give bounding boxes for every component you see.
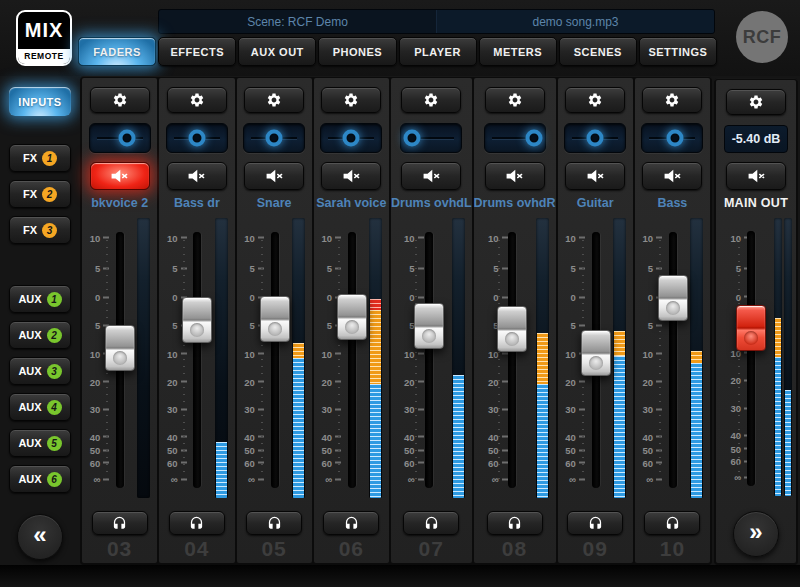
pan-knob[interactable] <box>343 130 360 147</box>
channel-settings-button[interactable] <box>642 87 702 113</box>
fader-scale-label: 40 <box>321 431 332 442</box>
channel-solo-phones-button[interactable] <box>323 511 379 535</box>
gear-icon <box>664 92 680 108</box>
channel-mute-button[interactable] <box>90 162 150 190</box>
main-out-fader-handle[interactable] <box>736 305 766 351</box>
pan-control[interactable] <box>400 123 462 153</box>
channel-name: Drums ovhdR <box>474 196 556 214</box>
channel-mute-button[interactable] <box>642 162 702 190</box>
fader-handle[interactable] <box>337 294 367 340</box>
fader-scale-label: 5 <box>409 263 414 274</box>
fader-handle[interactable] <box>414 303 444 349</box>
tab-meters[interactable]: METERS <box>479 37 557 66</box>
pan-control[interactable] <box>564 123 626 153</box>
scene-name: Scene: RCF Demo <box>159 10 436 33</box>
channel-settings-button[interactable] <box>401 87 461 113</box>
channel-settings-button[interactable] <box>90 87 150 113</box>
gear-icon <box>343 92 359 108</box>
pan-control[interactable] <box>320 123 382 153</box>
channel-solo-phones-button[interactable] <box>246 511 302 535</box>
fader-scale-tick <box>502 381 508 383</box>
channel-number: 10 <box>660 537 685 563</box>
sidebar-item-fx-3-button[interactable]: FX3 <box>9 216 71 244</box>
sidebar-item-fx-2-button[interactable]: FX2 <box>9 180 71 208</box>
fader-handle[interactable] <box>182 297 212 343</box>
channel-solo-phones-button[interactable] <box>169 511 225 535</box>
channel-solo-phones-button[interactable] <box>487 511 543 535</box>
sidebar-item-aux-2-button[interactable]: AUX2 <box>9 321 71 349</box>
fader-minor-ticks <box>738 240 740 479</box>
fader-scale-label: 30 <box>642 404 653 415</box>
fader-scale-tick <box>502 267 508 269</box>
channel-mute-button[interactable] <box>244 162 304 190</box>
pan-knob[interactable] <box>525 130 542 147</box>
channel-mute-button[interactable] <box>321 162 381 190</box>
tab-settings[interactable]: SETTINGS <box>639 37 717 66</box>
main-out-settings-button[interactable] <box>726 89 786 115</box>
pan-knob[interactable] <box>404 130 421 147</box>
sidebar-item-aux-6-button[interactable]: AUX6 <box>9 465 71 493</box>
fader-scale-label: 10 <box>642 348 653 359</box>
pan-control[interactable] <box>243 123 305 153</box>
pan-knob[interactable] <box>188 130 205 147</box>
channel-fader-zone: 10505102030405060∞ <box>82 214 157 507</box>
channel-solo-phones-button[interactable] <box>567 511 623 535</box>
fader-scale-label: ∞ <box>171 474 178 485</box>
channel-settings-button[interactable] <box>167 87 227 113</box>
sidebar-item-fx-1-button[interactable]: FX1 <box>9 144 71 172</box>
tab-effects[interactable]: EFFECTS <box>158 37 236 66</box>
fader-scale-label: 30 <box>404 404 415 415</box>
sidebar-item-inputs[interactable]: INPUTS <box>9 87 71 116</box>
pan-knob[interactable] <box>118 130 135 147</box>
channel-solo-phones-button[interactable] <box>92 511 148 535</box>
pan-knob[interactable] <box>266 130 283 147</box>
channel-level-meter <box>215 218 228 498</box>
pan-control[interactable] <box>641 123 703 153</box>
fader-handle[interactable] <box>581 330 611 376</box>
fader-scale-label: 60 <box>244 457 255 468</box>
tab-scenes[interactable]: SCENES <box>559 37 637 66</box>
channel-solo-phones-button[interactable] <box>403 511 459 535</box>
pan-control[interactable] <box>89 123 151 153</box>
channel-settings-button[interactable] <box>485 87 545 113</box>
mute-speaker-icon <box>505 168 524 184</box>
pan-control[interactable] <box>484 123 546 153</box>
meter-segment-orange <box>614 331 625 356</box>
fader-scale-label: 40 <box>244 431 255 442</box>
channel-settings-button[interactable] <box>565 87 625 113</box>
channel-solo-phones-button[interactable] <box>644 511 700 535</box>
rcf-logo: RCF <box>736 11 788 63</box>
sidebar-item-aux-1-button[interactable]: AUX1 <box>9 285 71 313</box>
previous-page-button[interactable]: « <box>17 514 63 560</box>
main-out-mute-button[interactable] <box>726 162 786 190</box>
sidebar-item-aux-3-button[interactable]: AUX3 <box>9 357 71 385</box>
tab-phones[interactable]: PHONES <box>318 37 396 66</box>
fader-handle[interactable] <box>260 296 290 342</box>
channel-mute-button[interactable] <box>565 162 625 190</box>
tab-player[interactable]: PLAYER <box>399 37 477 66</box>
fader-handle[interactable] <box>105 325 135 371</box>
fader-scale-label: 50 <box>321 445 332 456</box>
pan-control[interactable] <box>166 123 228 153</box>
gear-icon <box>112 92 128 108</box>
channel-mute-button[interactable] <box>401 162 461 190</box>
pan-knob[interactable] <box>587 130 604 147</box>
fader-handle[interactable] <box>658 275 688 321</box>
channel-settings-button[interactable] <box>244 87 304 113</box>
sidebar-item-aux-4-button[interactable]: AUX4 <box>9 393 71 421</box>
channel-mute-button[interactable] <box>485 162 545 190</box>
fader-scale-label: 60 <box>321 457 332 468</box>
fader-handle[interactable] <box>497 306 527 352</box>
tab-aux-out[interactable]: AUX OUT <box>238 37 316 66</box>
fader-scale-label: 10 <box>244 232 255 243</box>
next-page-button[interactable]: » <box>733 511 779 557</box>
meter-segment-blue <box>293 358 304 498</box>
fader-track <box>271 232 279 488</box>
tab-faders[interactable]: FADERS <box>78 37 156 66</box>
channel-settings-button[interactable] <box>321 87 381 113</box>
pan-knob[interactable] <box>667 130 684 147</box>
channel-fader-zone: 10505102030405060∞ <box>391 214 472 507</box>
channel-mute-button[interactable] <box>167 162 227 190</box>
fader-scale-mark: ∞ <box>492 474 508 485</box>
sidebar-item-aux-5-button[interactable]: AUX5 <box>9 429 71 457</box>
